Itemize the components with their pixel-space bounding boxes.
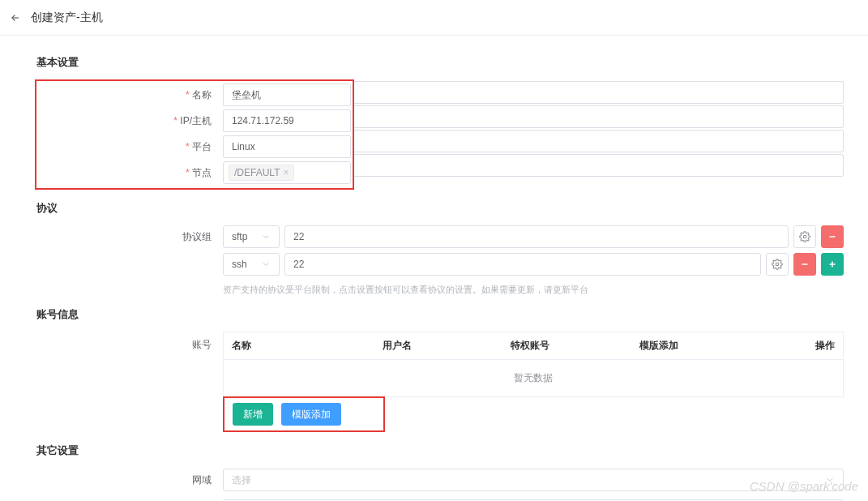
- node-label: 节点: [36, 166, 223, 180]
- platform-input[interactable]: [223, 135, 351, 158]
- domain-label: 网域: [36, 473, 223, 487]
- plus-icon: [827, 259, 837, 269]
- node-tag-label: /DEFAULT: [234, 167, 280, 178]
- table-empty: 暂无数据: [224, 360, 843, 396]
- node-tag-input[interactable]: /DEFAULT ×: [223, 161, 351, 184]
- protocol-select-1[interactable]: ssh: [223, 253, 280, 276]
- protocol-settings-1[interactable]: [766, 253, 789, 276]
- section-account-title: 账号信息: [36, 307, 844, 322]
- back-button[interactable]: [8, 11, 23, 25]
- svg-point-0: [803, 235, 806, 238]
- protocol-remove-1[interactable]: [793, 253, 816, 276]
- protocol-add[interactable]: [821, 253, 844, 276]
- ip-label: IP/主机: [36, 114, 223, 128]
- chevron-down-icon: [261, 259, 271, 269]
- section-basic-title: 基本设置: [36, 55, 844, 70]
- minus-icon: [800, 259, 810, 269]
- protocol-settings-0[interactable]: [793, 225, 816, 248]
- platform-label: 平台: [36, 140, 223, 154]
- col-user: 用户名: [374, 332, 502, 359]
- protocol-port-0[interactable]: [284, 225, 789, 248]
- svg-point-1: [776, 263, 779, 266]
- protocol-remove-0[interactable]: [821, 225, 844, 248]
- account-add-button[interactable]: 新增: [233, 403, 273, 426]
- domain-select[interactable]: 选择: [223, 469, 844, 491]
- name-label: 名称: [36, 88, 223, 102]
- chevron-down-icon: [261, 232, 271, 242]
- account-highlight-box: 新增 模版添加: [223, 396, 385, 432]
- minus-icon: [827, 232, 837, 242]
- ip-input[interactable]: [223, 109, 351, 132]
- gear-icon: [799, 231, 810, 242]
- col-name: 名称: [224, 332, 374, 359]
- table-header: 名称 用户名 特权账号 模版添加 操作: [224, 332, 843, 360]
- domain-placeholder: 选择: [232, 473, 251, 487]
- account-template-button[interactable]: 模版添加: [281, 403, 341, 426]
- col-priv: 特权账号: [502, 332, 631, 359]
- account-table: 名称 用户名 特权账号 模版添加 操作 暂无数据: [223, 332, 844, 397]
- page-title: 创建资产-主机: [31, 11, 103, 25]
- protocol-port-1[interactable]: [284, 253, 761, 276]
- node-tag-remove-icon[interactable]: ×: [283, 167, 289, 178]
- protocol-select-1-value: ssh: [232, 259, 247, 270]
- protocol-group-label: 协议组: [36, 225, 223, 244]
- protocol-hint: 资产支持的协议受平台限制，点击设置按钮可以查看协议的设置。如果需要更新，请更新平…: [223, 284, 844, 296]
- node-tag: /DEFAULT ×: [229, 165, 294, 181]
- section-protocol-title: 协议: [36, 201, 844, 216]
- protocol-select-0[interactable]: sftp: [223, 225, 280, 248]
- protocol-select-0-value: sftp: [232, 231, 247, 242]
- name-input[interactable]: [223, 84, 351, 106]
- chevron-down-icon: [825, 475, 835, 485]
- col-tmpl: 模版添加: [631, 332, 759, 359]
- gear-icon: [772, 259, 783, 270]
- basic-highlight-box: 名称 IP/主机 平台 节点 /DEFAULT ×: [35, 79, 354, 190]
- section-other-title: 其它设置: [36, 443, 844, 458]
- col-op: 操作: [759, 332, 843, 359]
- account-label: 账号: [36, 332, 223, 352]
